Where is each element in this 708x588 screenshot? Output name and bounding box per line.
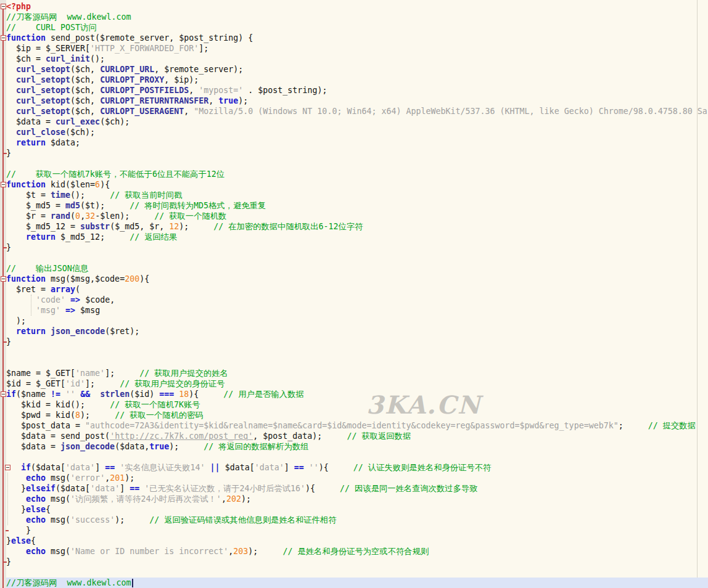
code-line: // 输出JSON信息 (6, 263, 708, 274)
fold-toggle-icon[interactable] (1, 35, 6, 41)
watermark: 3KA.CN (366, 399, 481, 410)
code-line: $kid = kid(); // 获取一个随机7K账号 (6, 399, 708, 410)
indent-guide (31, 295, 31, 316)
code-line: $id = $_GET['id']; // 获取用户提交的身份证号 (6, 378, 708, 389)
code-line: return $data; (6, 137, 708, 148)
fold-end-icon (4, 247, 7, 248)
code-line: } (6, 242, 708, 253)
code-line: echo msg('success'); // 返回验证码错误或其他信息则是姓名… (6, 515, 708, 525)
code-line: curl_setopt($ch, CURLOPT_URL, $remote_se… (6, 64, 708, 75)
code-line: echo msg('error',201); (6, 473, 708, 483)
code-line (6, 567, 708, 578)
code-line: $name = $_GET['name']; // 获取用户提交的姓名 (6, 368, 708, 378)
code-line: }else{ (6, 536, 708, 546)
code-line (6, 357, 708, 368)
code-line: 'code' => $code, (6, 295, 708, 305)
code-line: }elseif($data['data'] == '已无实名认证次数，请于24小… (6, 483, 708, 494)
code-line: $ip = $_SERVER['HTTP_X_FORWARDED_FOR']; (6, 43, 708, 54)
fold-toggle-icon[interactable] (1, 391, 6, 397)
code-line: //刀客源码网 www.dkewl.com (6, 578, 708, 588)
code-line: // CURL POST访问 (6, 22, 708, 33)
fold-end-icon (6, 530, 9, 531)
code-line: function msg($msg,$code=200){ (6, 274, 708, 284)
code-line: return $_md5_12; // 返回结果 (6, 232, 708, 242)
fold-end-icon (4, 561, 7, 563)
code-line: echo msg('Name or ID number is incorrect… (6, 546, 708, 557)
fold-toggle-icon[interactable] (1, 4, 6, 9)
code-line: echo msg('访问频繁，请等待24小时后再次尝试！',202); (6, 494, 708, 504)
code-line: } (6, 337, 708, 347)
fold-end-icon (4, 153, 7, 154)
code-line: $ch = curl_init(); (6, 54, 708, 64)
code-line: curl_setopt($ch, CURLOPT_PROXY, $ip); (6, 75, 708, 85)
code-line: curl_setopt($ch, CURLOPT_POSTFIELDS, 'my… (6, 85, 708, 96)
code-line: curl_setopt($ch, CURLOPT_USERAGENT, "Moz… (6, 106, 708, 116)
code-line: $_md5 = md5($t); // 将时间戳转为MD5格式，避免重复 (6, 200, 708, 211)
code-line (6, 158, 708, 169)
code-line: return json_encode($ret); (6, 326, 708, 337)
fold-end-icon (4, 341, 7, 343)
code-line: //刀客源码网 www.dkewl.com (6, 12, 708, 22)
code-line (6, 253, 708, 263)
fold-toggle-icon[interactable] (5, 465, 10, 470)
code-line: 'msg' => $msg (6, 305, 708, 316)
code-line: } (6, 525, 708, 536)
code-line: $ret = array( (6, 284, 708, 295)
fold-toggle-icon[interactable] (1, 276, 6, 282)
indent-guide (7, 473, 8, 525)
code-line: } (6, 148, 708, 158)
code-line: function kid($len=6){ (6, 179, 708, 190)
code-line: // 获取一个随机7k账号，不能低于6位且不能高于12位 (6, 169, 708, 179)
code-area: <?php//刀客源码网 www.dkewl.com// CURL POST访问… (6, 1, 708, 588)
code-line: function send_post($remote_server, $post… (6, 33, 708, 43)
text-cursor (132, 579, 133, 587)
code-editor[interactable]: <?php//刀客源码网 www.dkewl.com// CURL POST访问… (0, 0, 708, 588)
code-line: $data = json_decode($data,true); // 将返回的… (6, 441, 708, 452)
code-line: if($name != '' && strlen($id) === 18){ /… (6, 389, 708, 399)
code-line: curl_setopt($ch, CURLOPT_RETURNTRANSFER,… (6, 96, 708, 106)
code-line (6, 452, 708, 462)
code-line: $r = rand(0,32-$len); // 获取一个随机数 (6, 211, 708, 221)
code-line: ); (6, 316, 708, 326)
code-line: curl_close($ch); (6, 127, 708, 137)
code-line: $_md5_12 = substr($_md5, $r, 12); // 在加密… (6, 221, 708, 232)
code-line: $pwd = kid(8); // 获取一个随机的密码 (6, 410, 708, 420)
fold-toggle-icon[interactable] (1, 182, 6, 187)
code-line: $t = time(); // 获取当前时间戳 (6, 190, 708, 200)
code-line: $data = send_post('http://zc.7k7k.com/po… (6, 431, 708, 441)
code-line: <?php (6, 1, 708, 12)
code-line: }else{ (6, 504, 708, 515)
code-line: if($data['data'] == '实名信息认证失败14' || $dat… (6, 462, 708, 473)
code-line: } (6, 557, 708, 567)
code-line: $post_data = "authcode=72A3&identity=$ki… (6, 420, 708, 431)
code-line: $data = curl_exec($ch); (6, 116, 708, 127)
code-line (6, 347, 708, 357)
